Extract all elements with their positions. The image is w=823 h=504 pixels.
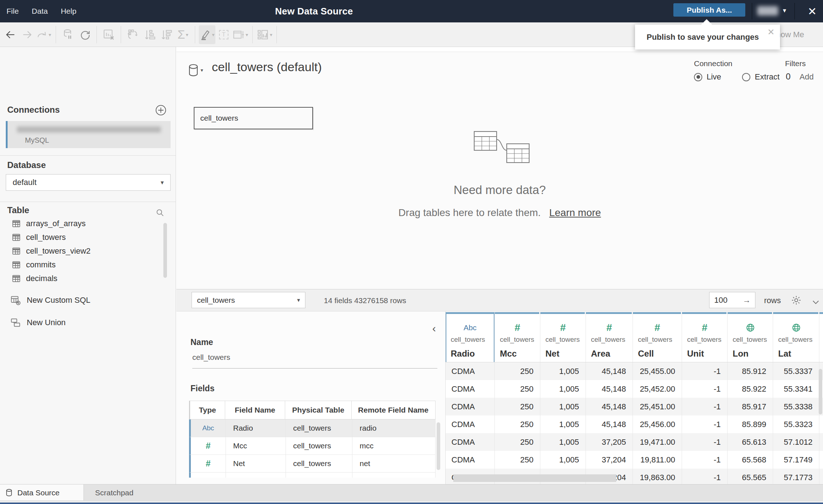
row-count-field[interactable]: → [709,292,755,308]
fields-scrollbar-thumb[interactable] [437,422,440,470]
new-custom-sql-item[interactable]: New Custom SQL [0,293,170,308]
grid-cell: 1,005 [540,380,586,398]
field-row[interactable]: AbcRadiocell_towersradio [189,419,436,437]
column-field-name: Mcc [495,349,540,359]
grid-horizontal-scrollbar-thumb[interactable] [453,474,616,482]
grid-data-row[interactable]: CDMA2501,00545,14825,452.00-185.92255.33… [446,380,823,398]
column-accent-bar [495,312,539,314]
toolbar-separator [195,26,195,43]
fields-col-remote: Remote Field Name [352,401,435,419]
grid-column-header[interactable]: #cell_towersNet [540,312,586,362]
row-count-input[interactable] [710,296,738,305]
grid-data-row[interactable]: CDMA2501,00545,14825,456.00-185.89955.33… [446,415,823,433]
grid-column-header[interactable]: #cell_towersUnit [682,312,728,362]
show-mark-labels-button[interactable]: T [215,25,232,44]
number-type-icon: # [206,458,210,469]
publish-as-button[interactable]: Publish As... [673,3,745,17]
tooltip-close-icon[interactable]: ✕ [766,27,776,38]
grid-data-row[interactable]: CDMA2501,00537,20519,471.00-165.61357.10… [446,433,823,451]
column-table-name: cell_towers [540,336,586,344]
grid-vertical-scrollbar-thumb[interactable] [819,369,822,414]
apply-rowcount-icon[interactable]: → [743,296,755,305]
refresh-button[interactable] [76,25,93,44]
grid-settings-button[interactable] [791,295,802,306]
user-account-name-redacted[interactable] [757,6,778,16]
redo-button[interactable] [19,25,35,44]
sort-ascending-button[interactable] [141,25,158,44]
datasource-title[interactable]: cell_towers (default) [212,60,322,74]
field-name-cell: Net [226,455,286,472]
connection-type-label: MySQL [25,136,49,145]
tab-scratchpad[interactable]: Scratchpad [95,484,133,501]
database-select[interactable]: default ▾ [6,174,171,191]
datasource-menu-button[interactable]: ▾ [188,64,203,77]
replay-button[interactable]: ▾ [35,25,52,44]
table-selector[interactable]: cell_towers ▾ [192,292,305,308]
sidebar-table-item[interactable]: decimals [0,272,170,285]
sheet-tab-bar: Data Source Scratchpad [0,484,823,500]
field-row[interactable]: #Netcell_towersnet [189,455,436,473]
live-radio-label[interactable]: Live [707,72,721,82]
sidebar-scrollbar-thumb[interactable] [163,223,167,278]
grid-cell: 37,204 [586,451,633,469]
grid-cell: 85.912 [728,362,773,380]
table-search-button[interactable] [155,208,165,217]
show-hide-cards-button[interactable]: ▾ [256,25,273,44]
fit-selector[interactable]: ▾ [232,25,249,44]
close-window-icon[interactable]: ✕ [805,4,819,18]
user-menu-caret-icon[interactable]: ▾ [783,7,786,14]
extract-radio-label[interactable]: Extract [755,72,779,82]
grid-data-row[interactable]: CDMA2501,00537,20419,811.00-165.56857.17… [446,451,823,469]
menu-help[interactable]: Help [61,7,76,16]
pause-updates-button[interactable] [60,25,76,44]
swap-rows-columns-button[interactable] [125,25,141,44]
field-row[interactable]: #Mcccell_towersmcc [189,437,436,455]
sidebar-table-item[interactable]: commits [0,258,170,272]
forward-arrow-icon [21,29,33,40]
live-radio[interactable] [694,73,702,81]
grid-cell: -1 [682,398,728,415]
learn-more-link[interactable]: Learn more [549,207,601,218]
table-name-input[interactable]: cell_towers [192,353,437,369]
globe-icon [746,323,755,332]
sidebar-table-item[interactable]: cell_towers [0,231,170,244]
grid-column-header[interactable]: cell_towersLon [728,312,773,362]
grid-cell: 45,148 [586,398,633,415]
tab-data-source[interactable]: Data Source [0,484,84,501]
menu-data[interactable]: Data [32,7,48,16]
collapse-panel-icon[interactable]: ‹ [432,323,436,334]
grid-column-header[interactable]: #cell_towersCell [633,312,682,362]
grid-cell: 25,456.00 [633,415,682,433]
grid-cell: 250 [495,362,540,380]
logical-table-node[interactable]: cell_towers [194,107,313,129]
sidebar-table-item[interactable]: cell_towers_view2 [0,244,170,258]
connection-item[interactable]: MySQL [6,121,171,148]
grid-column-header[interactable]: cell_towersLat [773,312,819,362]
add-connection-button[interactable] [155,104,167,116]
field-row-clipped[interactable] [189,473,436,478]
fields-col-physical: Physical Table [285,401,352,419]
extract-radio[interactable] [742,73,750,81]
fields-col-name: Field Name [225,401,285,419]
sidebar-table-label: arrays_of_arrays [26,219,86,228]
add-filter-link[interactable]: Add [800,72,814,82]
new-union-item[interactable]: New Union [0,315,170,330]
fields-rows-summary: 14 fields 43276158 rows [324,289,406,311]
grid-column-header[interactable]: #cell_towersMcc [495,312,540,362]
grid-column-header[interactable]: Abccell_towersRadio [446,312,495,362]
page-title: New Data Source [275,0,353,22]
highlight-button[interactable]: ▾ [199,25,215,44]
text-label-icon: T [219,30,228,39]
menu-file[interactable]: File [7,7,19,16]
undo-button[interactable] [2,25,19,44]
collapse-grid-button[interactable] [811,297,820,307]
grid-column-header[interactable]: #cell_towersArea [586,312,633,362]
grid-data-row[interactable]: CDMA2501,00545,14825,451.00-185.91755.33… [446,398,823,415]
union-icon [10,317,21,328]
clear-sheet-button[interactable] [100,25,117,44]
grid-data-row[interactable]: CDMA2501,00545,14825,455.00-185.91255.33… [446,362,823,380]
sort-descending-button[interactable] [158,25,175,44]
column-field-name: Unit [682,349,727,359]
sidebar-table-item[interactable]: arrays_of_arrays [0,217,170,231]
totals-button[interactable]: Σ ▾ [175,25,191,44]
